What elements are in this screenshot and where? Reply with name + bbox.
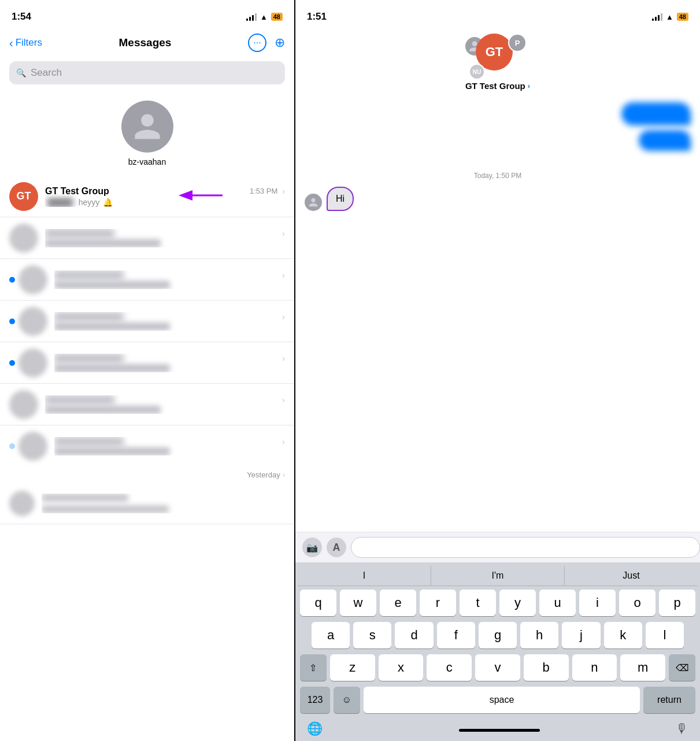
conv-blurred-content-1: ›	[45, 229, 285, 247]
key-h[interactable]: h	[520, 622, 558, 649]
shift-icon: ⇧	[309, 662, 317, 673]
chat-group-name-row[interactable]: GT Test Group ›	[465, 81, 530, 91]
key-f[interactable]: f	[437, 622, 475, 649]
blurred-message-6	[54, 447, 170, 455]
conversation-blurred-1[interactable]: ›	[0, 217, 294, 259]
text-input-wrapper: ↑	[351, 537, 693, 558]
key-b[interactable]: b	[524, 654, 569, 681]
keyboard-row-1: q w e r t y u i o p	[298, 590, 698, 616]
unread-dot-6-partial	[9, 443, 15, 449]
blurred-name-5	[45, 395, 114, 405]
key-n[interactable]: n	[572, 654, 617, 681]
outgoing-message-blurred-2	[639, 130, 691, 151]
blurred-name-7	[42, 494, 128, 502]
app-button[interactable]: A	[327, 538, 346, 557]
key-g[interactable]: g	[479, 622, 517, 649]
delete-icon: ⌫	[676, 662, 689, 673]
delete-key[interactable]: ⌫	[669, 654, 695, 681]
mic-icon[interactable]: 🎙	[676, 721, 688, 736]
space-key[interactable]: space	[364, 687, 640, 713]
key-r[interactable]: r	[420, 590, 456, 616]
suggestion-1[interactable]: I	[298, 566, 431, 586]
yesterday-row: Yesterday ›	[0, 467, 294, 483]
chevron-right-3: ›	[282, 312, 285, 321]
key-d[interactable]: d	[395, 622, 433, 649]
key-t[interactable]: t	[460, 590, 496, 616]
status-bar-left: 1:54 ▲ 48	[0, 0, 294, 29]
sender-person-icon	[308, 197, 318, 208]
suggestion-3[interactable]: Just	[565, 566, 698, 586]
key-x[interactable]: x	[379, 654, 424, 681]
conversation-blurred-5[interactable]: ›	[0, 384, 294, 425]
battery-left: 48	[271, 13, 283, 21]
camera-icon: 📷	[306, 542, 318, 553]
camera-button[interactable]: 📷	[302, 538, 322, 557]
compose-icon: ⊕	[275, 35, 285, 50]
profile-section: bz-vaahan	[0, 89, 294, 176]
key-a[interactable]: a	[312, 622, 350, 649]
status-bar-right: 1:51 ▲ 48	[295, 0, 700, 29]
key-m[interactable]: m	[620, 654, 665, 681]
profile-avatar	[121, 101, 173, 153]
keyboard: I I'm Just q w e r t y u i o p a s d f g…	[295, 562, 700, 741]
key-l[interactable]: l	[646, 622, 684, 649]
status-icons-left: ▲ 48	[246, 13, 283, 21]
key-z[interactable]: z	[330, 654, 375, 681]
key-i[interactable]: i	[579, 590, 616, 616]
wifi-icon-left: ▲	[260, 13, 268, 21]
key-k[interactable]: k	[604, 622, 642, 649]
blurred-avatar-6	[18, 432, 47, 461]
emoji-key[interactable]: ☺	[334, 687, 360, 713]
conversation-blurred-4[interactable]: ›	[0, 342, 294, 384]
blurred-message-4	[54, 364, 170, 372]
outgoing-bubble-top2	[305, 130, 691, 151]
key-c[interactable]: c	[427, 654, 472, 681]
numbers-key[interactable]: 123	[300, 687, 330, 713]
keyboard-row-3: ⇧ z x c v b n m ⌫	[298, 654, 698, 681]
signal-icon-right	[652, 13, 662, 21]
globe-icon[interactable]: 🌐	[307, 721, 323, 736]
incoming-message-hi: Hi	[327, 187, 354, 211]
conv-gt-name: GT Test Group	[45, 186, 109, 197]
key-o[interactable]: o	[619, 590, 655, 616]
conversation-blurred-2[interactable]: ›	[0, 259, 294, 301]
conv-blurred-content-5: ›	[45, 395, 285, 414]
yesterday-label: Yesterday	[247, 470, 280, 479]
conversation-blurred-7[interactable]	[0, 483, 294, 524]
shift-key[interactable]: ⇧	[300, 654, 327, 681]
messages-title: Messages	[119, 36, 172, 49]
message-text-input[interactable]	[351, 537, 700, 558]
filters-button[interactable]: ‹ Filters	[9, 36, 42, 50]
conversation-blurred-3[interactable]: ›	[0, 301, 294, 342]
key-q[interactable]: q	[300, 590, 336, 616]
outgoing-bubble-top	[305, 102, 691, 125]
compose-button[interactable]: ⊕	[275, 35, 285, 50]
conversation-blurred-6[interactable]: ›	[0, 425, 294, 467]
key-u[interactable]: u	[539, 590, 576, 616]
key-v[interactable]: v	[475, 654, 520, 681]
key-y[interactable]: y	[499, 590, 536, 616]
key-j[interactable]: j	[562, 622, 600, 649]
key-w[interactable]: w	[340, 590, 376, 616]
search-bar[interactable]: 🔍 Search	[9, 61, 285, 84]
chevron-right-4: ›	[282, 354, 285, 363]
blurred-avatar-1	[9, 224, 38, 253]
home-indicator	[459, 729, 540, 732]
return-key[interactable]: return	[643, 687, 695, 713]
conversations-list: GT GT Test Group 1:53 PM › ████ heyyy 🔔	[0, 176, 294, 741]
filters-label: Filters	[16, 37, 42, 49]
chevron-right-6: ›	[282, 437, 285, 446]
incoming-message-hi-row: Hi	[305, 187, 691, 211]
key-s[interactable]: s	[353, 622, 391, 649]
blurred-avatar-2	[18, 265, 47, 294]
space-label: space	[490, 695, 514, 705]
blurred-message-3	[54, 323, 170, 331]
chevron-right-icon-gt: ›	[282, 187, 285, 196]
conv-gt-sender-blurred: ████	[45, 198, 75, 207]
key-p[interactable]: p	[659, 590, 695, 616]
more-button[interactable]: ···	[248, 34, 266, 52]
profile-name: bz-vaahan	[128, 157, 166, 166]
key-e[interactable]: e	[380, 590, 416, 616]
suggestion-2[interactable]: I'm	[431, 566, 565, 586]
conversation-gt-test-group[interactable]: GT GT Test Group 1:53 PM › ████ heyyy 🔔	[0, 176, 294, 217]
